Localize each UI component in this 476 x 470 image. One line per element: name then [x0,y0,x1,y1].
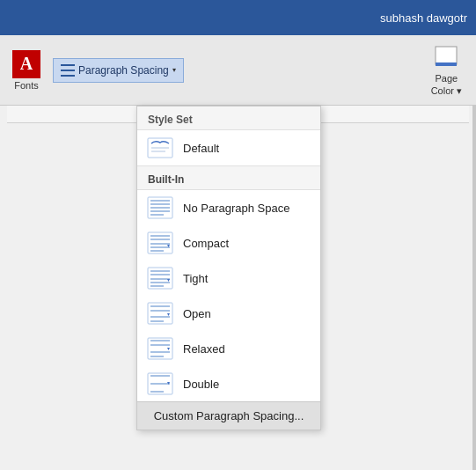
ribbon: A Fonts Paragraph Spacing ▾ Page Color [0,35,476,106]
custom-paragraph-spacing-button[interactable]: Custom Paragraph Spacing... [137,401,320,430]
tight-icon [146,266,174,290]
tight-label: Tight [183,272,208,285]
default-label: Default [183,142,219,155]
paragraph-spacing-dropdown: Style Set Default Built-In [136,106,321,430]
paragraph-spacing-label: Paragraph Spacing [78,64,169,77]
style-set-header: Style Set [137,106,320,130]
paragraph-spacing-button[interactable]: Paragraph Spacing ▾ [53,58,184,83]
open-label: Open [183,307,211,320]
fonts-icon: A [12,50,40,78]
page-color-sublabel: Color ▾ [431,85,462,97]
svg-rect-0 [436,47,457,64]
compact-icon [146,231,174,255]
title-bar: subhash dawgotr [0,0,476,35]
svg-rect-1 [436,62,457,66]
no-paragraph-space-label: No Paragraph Space [183,202,289,215]
fonts-label: Fonts [14,80,39,91]
menu-item-open[interactable]: Open [137,296,320,331]
paragraph-spacing-icon [61,64,75,77]
default-icon [146,136,174,160]
fonts-button[interactable]: A Fonts [7,47,46,94]
dropdown-arrow-icon: ▾ [172,66,176,74]
menu-item-default[interactable]: Default [137,130,320,165]
open-icon [146,301,174,326]
menu-item-compact[interactable]: Compact [137,225,320,261]
menu-item-relaxed[interactable]: Relaxed [137,331,320,366]
relaxed-icon [146,336,174,361]
menu-item-tight[interactable]: Tight [137,261,320,296]
main-area: Style Set Default Built-In [0,106,476,470]
built-in-header: Built-In [137,165,320,190]
compact-label: Compact [183,237,229,250]
ribbon-content: A Fonts Paragraph Spacing ▾ Page Color [7,40,469,100]
page-color-button[interactable]: Page Color ▾ [424,40,469,100]
menu-item-no-paragraph-space[interactable]: No Paragraph Space [137,190,320,225]
menu-item-double[interactable]: Double [137,366,320,401]
ribbon-right-group: Page Color ▾ [424,40,469,100]
no-paragraph-space-icon [146,195,174,220]
relaxed-label: Relaxed [183,342,225,356]
page-color-label: Page [435,73,458,84]
user-name: subhash dawgotr [380,11,467,25]
scrollbar[interactable] [472,106,476,470]
double-label: Double [183,378,219,391]
page-color-icon [432,43,460,71]
double-icon [146,371,174,396]
